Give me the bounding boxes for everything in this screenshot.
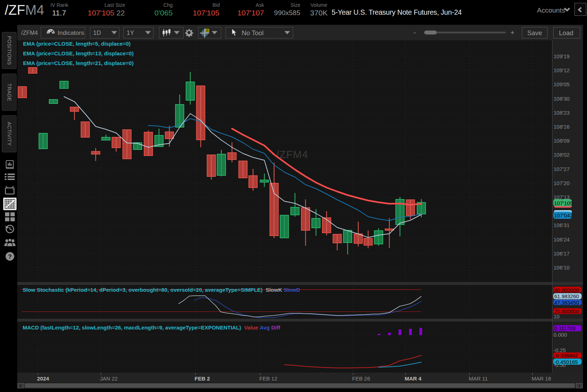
svg-text:/ZFM4: /ZFM4 xyxy=(276,149,308,160)
